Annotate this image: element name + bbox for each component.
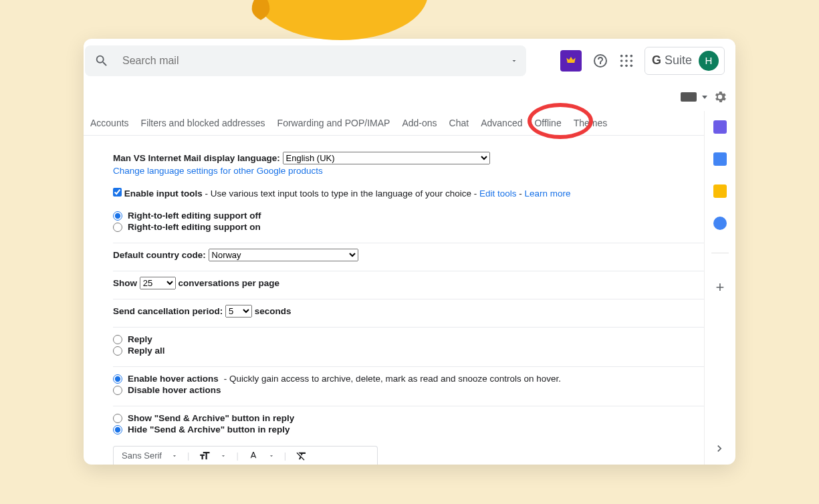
main-panel: Accounts Filters and blocked addresses F… bbox=[84, 111, 705, 465]
hover-on-label: Enable hover actions bbox=[128, 374, 219, 384]
svg-point-6 bbox=[620, 59, 623, 62]
keep-icon[interactable] bbox=[713, 152, 727, 166]
tab-themes[interactable]: Themes bbox=[574, 118, 608, 128]
cancel-label: Send cancellation period: bbox=[113, 306, 223, 316]
sa-hide-label: Hide "Send & Archive" button in reply bbox=[128, 424, 290, 434]
svg-point-5 bbox=[630, 54, 632, 57]
settings-content: Man VS Internet Mail display language: E… bbox=[84, 136, 704, 465]
hover-on-radio[interactable] bbox=[113, 374, 122, 384]
text-color-icon[interactable] bbox=[248, 451, 259, 461]
contacts-icon[interactable] bbox=[713, 217, 727, 230]
per-page-label: conversations per page bbox=[179, 278, 280, 288]
page-size-select[interactable]: 25 bbox=[140, 277, 176, 289]
edit-tools-link[interactable]: Edit tools bbox=[479, 188, 517, 199]
sa-hide-radio[interactable] bbox=[113, 425, 122, 434]
seconds-label: seconds bbox=[255, 306, 291, 316]
svg-point-3 bbox=[620, 54, 623, 57]
tab-forwarding[interactable]: Forwarding and POP/IMAP bbox=[277, 118, 390, 128]
search-input[interactable] bbox=[122, 55, 505, 67]
rtl-on-label: Right-to-left editing support on bbox=[128, 222, 261, 232]
tab-offline[interactable]: Offline bbox=[534, 118, 561, 128]
svg-point-7 bbox=[625, 59, 628, 62]
text-size-icon[interactable] bbox=[199, 450, 211, 462]
language-select[interactable]: English (UK) bbox=[283, 152, 490, 164]
tab-filters[interactable]: Filters and blocked addresses bbox=[141, 118, 265, 128]
input-tools-desc: - Use various text input tools to type i… bbox=[203, 188, 479, 199]
input-tools-checkbox[interactable] bbox=[113, 188, 122, 197]
learn-more-link[interactable]: Learn more bbox=[525, 188, 571, 199]
svg-point-8 bbox=[630, 59, 632, 62]
cancel-period-select[interactable]: 5 bbox=[225, 305, 252, 318]
top-bar: G Suite H bbox=[84, 39, 735, 83]
svg-point-0 bbox=[254, 0, 428, 40]
app-window: G Suite H Accounts Filters and blocked a… bbox=[84, 39, 735, 465]
chevron-right-icon[interactable] bbox=[713, 442, 726, 455]
settings-tabs: Accounts Filters and blocked addresses F… bbox=[84, 111, 704, 136]
font-toolbar: Sans Serif | | | bbox=[113, 446, 378, 465]
chevron-down-icon[interactable] bbox=[268, 453, 275, 459]
svg-point-10 bbox=[625, 64, 628, 67]
reply-all-label: Reply all bbox=[128, 346, 165, 356]
country-label: Default country code: bbox=[113, 250, 206, 260]
gsuite-badge[interactable]: G Suite H bbox=[645, 47, 725, 75]
svg-point-9 bbox=[620, 64, 623, 67]
tab-advanced[interactable]: Advanced bbox=[481, 118, 522, 128]
tab-chat[interactable]: Chat bbox=[449, 118, 469, 128]
reply-label: Reply bbox=[128, 334, 152, 344]
side-panel: + bbox=[705, 111, 735, 465]
reply-radio[interactable] bbox=[113, 335, 122, 344]
divider bbox=[711, 253, 729, 253]
tab-accounts[interactable]: Accounts bbox=[90, 118, 129, 128]
clear-format-icon[interactable] bbox=[296, 450, 308, 462]
hover-off-radio[interactable] bbox=[113, 386, 122, 395]
calendar-icon[interactable] bbox=[713, 120, 727, 134]
top-actions: G Suite H bbox=[560, 47, 730, 75]
language-link[interactable]: Change language settings for other Googl… bbox=[113, 166, 323, 176]
gsuite-label: G Suite bbox=[652, 53, 692, 68]
show-label: Show bbox=[113, 278, 137, 288]
search-icon bbox=[94, 53, 109, 68]
crown-badge[interactable] bbox=[560, 50, 582, 72]
hover-off-label: Disable hover actions bbox=[128, 385, 221, 395]
keyboard-icon[interactable] bbox=[681, 92, 697, 102]
search-options-icon[interactable] bbox=[510, 57, 518, 65]
search-box[interactable] bbox=[85, 45, 526, 76]
chevron-down-icon[interactable] bbox=[220, 453, 227, 459]
font-name[interactable]: Sans Serif bbox=[122, 451, 162, 461]
rtl-on-radio[interactable] bbox=[113, 223, 122, 232]
tab-addons[interactable]: Add-ons bbox=[402, 118, 437, 128]
language-label: Man VS Internet Mail display language: bbox=[113, 153, 280, 163]
rtl-off-label: Right-to-left editing support off bbox=[128, 211, 261, 221]
add-addon-button[interactable]: + bbox=[716, 279, 725, 296]
chevron-down-icon[interactable] bbox=[702, 96, 707, 99]
tasks-icon[interactable] bbox=[713, 184, 727, 198]
svg-point-11 bbox=[630, 64, 632, 67]
reply-all-radio[interactable] bbox=[113, 346, 122, 356]
toolbar bbox=[84, 83, 735, 111]
help-icon[interactable] bbox=[592, 53, 608, 69]
chevron-down-icon[interactable] bbox=[171, 453, 178, 459]
gear-icon[interactable] bbox=[713, 90, 727, 104]
sa-show-label: Show "Send & Archive" button in reply bbox=[128, 413, 294, 423]
apps-icon[interactable] bbox=[619, 53, 634, 68]
hover-desc: - Quickly gain access to archive, delete… bbox=[224, 374, 561, 384]
input-tools-label: Enable input tools bbox=[124, 188, 203, 199]
rtl-off-radio[interactable] bbox=[113, 211, 122, 221]
sa-show-radio[interactable] bbox=[113, 414, 122, 423]
avatar[interactable]: H bbox=[699, 51, 719, 71]
svg-point-4 bbox=[625, 54, 628, 57]
country-select[interactable]: Norway bbox=[209, 249, 358, 261]
